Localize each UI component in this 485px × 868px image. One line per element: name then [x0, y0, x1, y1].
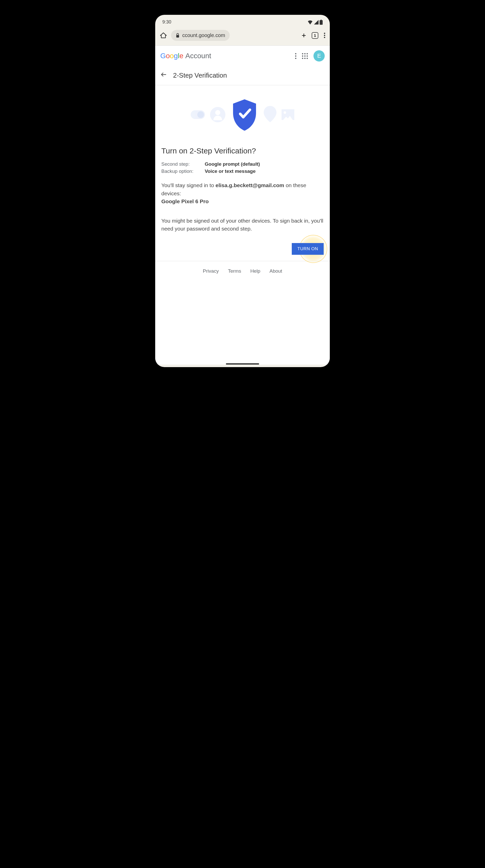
back-arrow-icon[interactable] [160, 71, 167, 80]
signal-icon [314, 20, 319, 25]
headline: Turn on 2-Step Verification? [161, 147, 324, 155]
shield-check-icon [230, 98, 259, 131]
phone-screen: 9:30 ccount.google.com + 1 [155, 15, 330, 367]
browser-menu-button[interactable] [324, 33, 325, 38]
svg-rect-0 [320, 20, 323, 25]
warning-text: You might be signed out of your other de… [161, 217, 324, 233]
avatar[interactable]: E [314, 50, 325, 62]
url-text: ccount.google.com [182, 32, 225, 38]
main-section: Turn on 2-Step Verification? Second step… [155, 147, 330, 233]
svg-rect-1 [321, 20, 322, 21]
user-email: elisa.g.beckett@gmail.com [216, 182, 284, 188]
volume-button [334, 112, 335, 146]
wifi-icon [308, 20, 313, 25]
svg-rect-2 [176, 35, 179, 37]
footer-links: Privacy Terms Help About [155, 261, 330, 281]
status-icons [308, 20, 323, 25]
google-logo: Google Account [160, 52, 211, 60]
footer-link-about[interactable]: About [269, 268, 282, 274]
apps-grid-button[interactable] [302, 53, 308, 59]
action-row: TURN ON [155, 233, 330, 261]
info-label: Second step: [161, 161, 205, 167]
tab-switcher-button[interactable]: 1 [312, 32, 318, 39]
home-indicator[interactable] [226, 363, 259, 365]
page-title: 2-Step Verification [173, 71, 227, 80]
image-icon [282, 109, 294, 120]
hero-icon-row [155, 85, 330, 147]
info-row-second-step: Second step: Google prompt (default) [161, 161, 324, 167]
footer-link-privacy[interactable]: Privacy [203, 268, 219, 274]
footer-link-help[interactable]: Help [250, 268, 260, 274]
location-pin-icon [264, 106, 277, 123]
info-value: Google prompt (default) [205, 161, 260, 167]
browser-toolbar: ccount.google.com + 1 [155, 27, 330, 45]
new-tab-button[interactable]: + [301, 31, 306, 40]
turn-on-button[interactable]: TURN ON [292, 243, 324, 255]
power-button [334, 84, 335, 102]
page-content: Google Account E 2-Step Verification [155, 45, 330, 365]
device-name: Google Pixel 6 Pro [161, 198, 209, 204]
page-title-row: 2-Step Verification [155, 66, 330, 85]
app-header: Google Account E [155, 46, 330, 66]
info-value: Voice or text message [205, 168, 256, 174]
info-label: Backup option: [161, 168, 205, 174]
url-bar[interactable]: ccount.google.com [171, 30, 230, 41]
home-icon[interactable] [160, 32, 167, 39]
lock-icon [175, 33, 180, 38]
account-menu-button[interactable] [295, 53, 296, 59]
person-icon [210, 107, 225, 122]
toggle-icon [191, 110, 205, 119]
status-time: 9:30 [162, 20, 171, 25]
battery-icon [320, 20, 323, 25]
signed-in-text: You'll stay signed in to elisa.g.beckett… [161, 181, 324, 206]
footer-link-terms[interactable]: Terms [228, 268, 241, 274]
status-bar: 9:30 [155, 15, 330, 27]
phone-frame: 9:30 ccount.google.com + 1 [151, 10, 334, 372]
info-row-backup: Backup option: Voice or text message [161, 168, 324, 174]
